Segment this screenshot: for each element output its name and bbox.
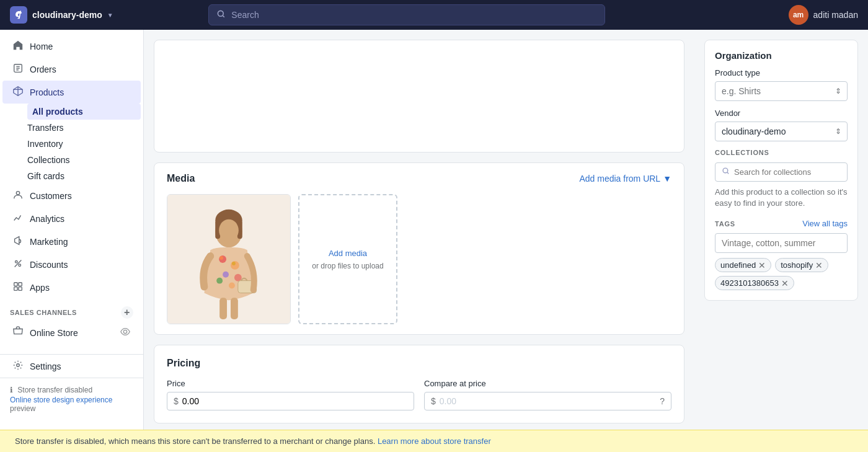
svg-point-24 bbox=[223, 272, 229, 278]
top-navigation: cloudinary-demo ▼ Search am aditi madan bbox=[0, 0, 868, 30]
marketing-icon bbox=[12, 235, 24, 248]
media-card: Media Add media from URL ▼ bbox=[154, 162, 684, 335]
sidebar-item-collections[interactable]: Collections bbox=[27, 152, 141, 168]
sidebar-item-marketing[interactable]: Marketing bbox=[2, 230, 141, 253]
sidebar-item-apps[interactable]: Apps bbox=[2, 276, 141, 299]
pricing-card: Pricing Price $ 0.00 Compare at price bbox=[154, 345, 684, 423]
search-icon bbox=[216, 9, 226, 21]
tags-list: undefined ✕ toshopify ✕ 4923101380653 ✕ bbox=[715, 258, 848, 290]
price-currency: $ bbox=[174, 396, 179, 406]
sidebar-item-online-store[interactable]: Online Store bbox=[2, 321, 141, 344]
svg-point-25 bbox=[234, 274, 242, 281]
customers-icon bbox=[12, 189, 24, 202]
page-layout: Home Orders Products All products Transf… bbox=[0, 30, 868, 452]
vendor-wrapper: cloudinary-demo bbox=[715, 122, 848, 141]
svg-point-7 bbox=[19, 264, 21, 267]
collections-search-input[interactable] bbox=[734, 167, 841, 177]
store-transfer-message: Store transfer disabled bbox=[17, 386, 92, 394]
info-icon: ℹ bbox=[10, 386, 13, 394]
product-type-select[interactable]: e.g. Shirts bbox=[715, 81, 848, 101]
product-type-wrapper: e.g. Shirts bbox=[715, 81, 848, 101]
price-input-wrapper: $ 0.00 bbox=[167, 392, 414, 410]
view-all-tags-button[interactable]: View all tags bbox=[802, 219, 848, 228]
compare-price-field-group: Compare at price $ 0.00 ? bbox=[424, 379, 671, 410]
discounts-icon bbox=[12, 258, 24, 271]
search-container: Search bbox=[208, 4, 605, 25]
sidebar-item-gift-cards[interactable]: Gift cards bbox=[27, 168, 141, 184]
sidebar-item-products[interactable]: Products bbox=[2, 81, 141, 104]
svg-point-31 bbox=[723, 168, 728, 173]
vendor-label: Vendor bbox=[715, 109, 848, 118]
sidebar: Home Orders Products All products Transf… bbox=[0, 30, 144, 452]
svg-point-27 bbox=[229, 283, 235, 289]
upload-label: Add media bbox=[329, 249, 367, 258]
tag-label: 4923101380653 bbox=[720, 278, 779, 288]
collections-label: COLLECTIONS bbox=[715, 149, 848, 156]
svg-point-0 bbox=[218, 11, 224, 16]
sidebar-item-all-products[interactable]: All products bbox=[27, 104, 141, 120]
tag-remove-undefined[interactable]: ✕ bbox=[758, 261, 766, 270]
apps-icon bbox=[12, 281, 24, 294]
tag-remove-toshopify[interactable]: ✕ bbox=[815, 261, 823, 270]
media-upload-zone[interactable]: Add media or drop files to upload bbox=[298, 194, 397, 324]
svg-point-21 bbox=[219, 256, 223, 260]
chevron-down-icon: ▼ bbox=[663, 174, 671, 184]
compare-price-label: Compare at price bbox=[424, 379, 671, 388]
description-card bbox=[154, 40, 684, 153]
svg-rect-9 bbox=[19, 283, 22, 286]
svg-rect-11 bbox=[19, 287, 22, 290]
pricing-section: Pricing Price $ 0.00 Compare at price bbox=[154, 345, 684, 423]
online-store-eye-icon[interactable] bbox=[120, 326, 131, 339]
compare-price-input[interactable]: 0.00 bbox=[440, 396, 656, 406]
orders-icon bbox=[12, 63, 24, 76]
sidebar-home-label: Home bbox=[30, 42, 53, 51]
user-menu[interactable]: am aditi madan bbox=[789, 5, 858, 25]
tag-label: toshopify bbox=[781, 260, 813, 270]
products-icon bbox=[12, 86, 24, 99]
search-box[interactable]: Search bbox=[208, 4, 605, 25]
tags-header: TAGS View all tags bbox=[715, 219, 848, 228]
svg-point-23 bbox=[232, 262, 236, 265]
sidebar-analytics-label: Analytics bbox=[30, 214, 64, 224]
tags-input[interactable] bbox=[715, 233, 848, 253]
product-image[interactable] bbox=[167, 194, 291, 324]
svg-point-5 bbox=[16, 192, 19, 195]
svg-rect-8 bbox=[14, 283, 17, 286]
tag-chip-undefined: undefined ✕ bbox=[715, 258, 771, 272]
sidebar-item-settings[interactable]: Settings bbox=[2, 355, 141, 378]
svg-rect-10 bbox=[14, 287, 17, 290]
sidebar-item-transfers[interactable]: Transfers bbox=[27, 120, 141, 136]
learn-more-link[interactable]: Learn more about store transfer bbox=[378, 436, 491, 446]
add-sales-channel-button[interactable]: + bbox=[121, 306, 133, 319]
online-store-design-link[interactable]: Online store design experience bbox=[10, 396, 133, 404]
media-title: Media bbox=[167, 173, 195, 184]
sidebar-item-analytics[interactable]: Analytics bbox=[2, 207, 141, 230]
help-icon[interactable]: ? bbox=[660, 396, 665, 406]
sidebar-item-discounts[interactable]: Discounts bbox=[2, 253, 141, 276]
vendor-select[interactable]: cloudinary-demo bbox=[715, 122, 848, 141]
price-label: Price bbox=[167, 379, 414, 388]
svg-rect-29 bbox=[219, 298, 227, 319]
upload-sub: or drop files to upload bbox=[312, 262, 383, 270]
settings-icon bbox=[12, 360, 24, 373]
user-name: aditi madan bbox=[813, 10, 858, 20]
add-media-from-url-button[interactable]: Add media from URL ▼ bbox=[579, 174, 671, 184]
store-dropdown-icon[interactable]: ▼ bbox=[107, 12, 113, 19]
sidebar-orders-label: Orders bbox=[30, 64, 56, 74]
store-logo[interactable]: cloudinary-demo ▼ bbox=[10, 6, 113, 24]
svg-point-19 bbox=[219, 219, 239, 242]
sidebar-item-home[interactable]: Home bbox=[2, 35, 141, 58]
sidebar-item-inventory[interactable]: Inventory bbox=[27, 136, 141, 152]
shopify-icon bbox=[10, 6, 27, 24]
store-transfer-banner: Store transfer is disabled, which means … bbox=[0, 430, 868, 452]
price-input[interactable]: 0.00 bbox=[182, 396, 407, 406]
sidebar-settings-label: Settings bbox=[30, 361, 61, 371]
sidebar-discounts-label: Discounts bbox=[30, 260, 68, 270]
store-transfer-notice: ℹ Store transfer disabled Online store d… bbox=[0, 378, 143, 420]
compare-price-input-wrapper: $ 0.00 ? bbox=[424, 392, 671, 410]
sidebar-item-customers[interactable]: Customers bbox=[2, 184, 141, 207]
pricing-fields: Price $ 0.00 Compare at price $ 0.00 bbox=[167, 379, 671, 410]
tag-remove-sku[interactable]: ✕ bbox=[781, 279, 789, 288]
sidebar-item-orders[interactable]: Orders bbox=[2, 58, 141, 81]
main-content: Media Add media from URL ▼ bbox=[144, 30, 868, 452]
